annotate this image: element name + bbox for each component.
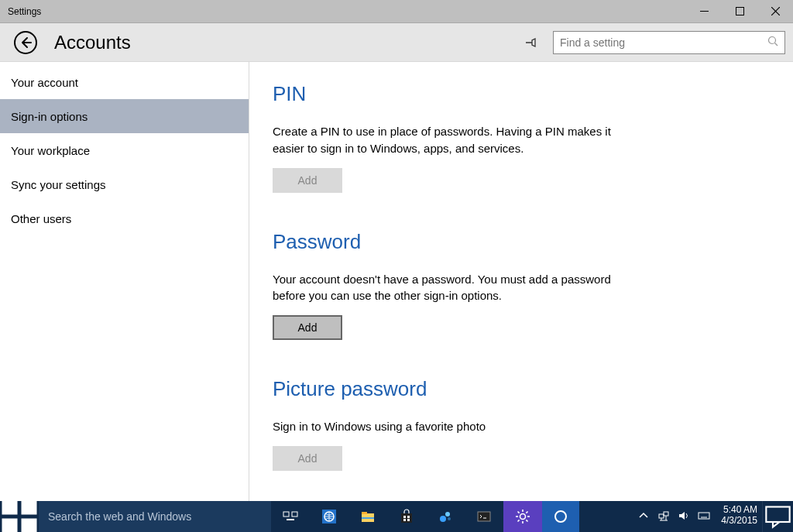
svg-line-35: [518, 520, 520, 521]
content-area: PIN Create a PIN to use in place of pass…: [249, 62, 793, 501]
pin-icon[interactable]: [524, 36, 537, 50]
svg-rect-17: [362, 517, 374, 519]
window-title: Settings: [8, 6, 686, 17]
taskbar-app-settings[interactable]: [503, 501, 542, 532]
pin-add-button: Add: [273, 168, 342, 193]
svg-rect-21: [403, 519, 406, 521]
sidebar-item-your-account[interactable]: Your account: [0, 65, 249, 99]
header-bar: Accounts: [0, 23, 793, 62]
minimize-button[interactable]: [686, 0, 722, 22]
tray-chevron-up-icon[interactable]: [637, 510, 650, 524]
taskbar-app-terminal[interactable]: [465, 501, 503, 532]
picture-password-add-button: Add: [273, 446, 342, 471]
sidebar-item-label: Sync your settings: [11, 178, 106, 191]
svg-rect-26: [478, 512, 490, 521]
svg-rect-20: [407, 516, 410, 518]
svg-rect-11: [292, 512, 297, 517]
svg-rect-16: [362, 512, 367, 514]
taskbar-search-placeholder: Search the web and Windows: [48, 510, 191, 523]
system-tray[interactable]: [631, 501, 716, 532]
svg-rect-19: [403, 516, 406, 518]
taskbar-app-store[interactable]: [387, 501, 426, 532]
sidebar-item-sync-your-settings[interactable]: Sync your settings: [0, 167, 249, 201]
page-title: Accounts: [54, 32, 524, 53]
svg-rect-8: [2, 519, 18, 533]
button-label: Add: [298, 452, 318, 465]
svg-point-24: [445, 512, 450, 517]
taskbar-app-cortana[interactable]: [542, 501, 579, 532]
svg-rect-12: [287, 519, 294, 520]
svg-rect-10: [283, 512, 289, 517]
section-desc-pin: Create a PIN to use in place of password…: [273, 123, 637, 157]
sidebar-item-other-users[interactable]: Other users: [0, 201, 249, 235]
close-button[interactable]: [757, 0, 793, 22]
svg-rect-7: [22, 499, 37, 515]
tray-network-icon[interactable]: [657, 510, 670, 524]
svg-point-28: [520, 514, 526, 520]
clock-time: 5:40 AM: [721, 504, 757, 515]
back-button[interactable]: [14, 31, 37, 54]
tray-keyboard-icon[interactable]: [698, 510, 710, 524]
section-desc-picture-password: Sign in to Windows using a favorite phot…: [273, 418, 637, 435]
button-label: Add: [298, 174, 318, 187]
taskbar-app-file-explorer[interactable]: [348, 501, 387, 532]
svg-rect-43: [699, 513, 709, 519]
password-add-button[interactable]: Add: [273, 315, 342, 340]
taskbar-clock[interactable]: 5:40 AM 4/3/2015: [716, 501, 762, 532]
sidebar-item-label: Your account: [11, 76, 78, 89]
maximize-button[interactable]: [722, 0, 757, 22]
svg-rect-38: [659, 514, 664, 518]
taskbar-search[interactable]: Search the web and Windows: [39, 501, 271, 532]
sidebar-item-label: Your workplace: [11, 144, 90, 157]
svg-rect-9: [22, 519, 37, 533]
svg-point-25: [448, 517, 451, 520]
taskbar-app-edge[interactable]: [310, 501, 348, 532]
taskbar: Search the web and Windows: [0, 501, 793, 532]
settings-sidebar: Your account Sign-in options Your workpl…: [0, 62, 249, 501]
button-label: Add: [298, 321, 318, 334]
svg-rect-6: [2, 499, 18, 515]
svg-line-34: [526, 520, 527, 521]
section-pin: PIN Create a PIN to use in place of pass…: [273, 82, 770, 193]
svg-rect-18: [401, 513, 412, 523]
section-desc-password: Your account doesn't have a password. Yo…: [273, 271, 637, 305]
svg-line-5: [775, 43, 778, 46]
svg-line-33: [518, 512, 520, 513]
section-heading-picture-password: Picture password: [273, 377, 770, 401]
settings-search-input[interactable]: [560, 36, 767, 49]
svg-point-4: [769, 36, 776, 43]
section-heading-pin: PIN: [273, 82, 770, 106]
sidebar-item-label: Other users: [11, 212, 71, 225]
svg-rect-46: [766, 506, 789, 522]
action-center-button[interactable]: [762, 501, 793, 532]
sidebar-item-sign-in-options[interactable]: Sign-in options: [0, 99, 249, 133]
svg-rect-1: [736, 8, 743, 15]
section-password: Password Your account doesn't have a pas…: [273, 230, 770, 341]
svg-point-23: [440, 516, 446, 522]
svg-rect-39: [664, 512, 668, 516]
clock-date: 4/3/2015: [721, 515, 757, 526]
tray-volume-icon[interactable]: [678, 510, 690, 524]
taskbar-app-generic-1[interactable]: [426, 501, 465, 532]
sidebar-item-your-workplace[interactable]: Your workplace: [0, 133, 249, 167]
window-titlebar: Settings: [0, 0, 793, 23]
sidebar-item-label: Sign-in options: [11, 110, 88, 123]
svg-rect-22: [407, 519, 410, 521]
start-button[interactable]: [0, 501, 39, 532]
settings-search[interactable]: [553, 31, 785, 54]
search-icon: [767, 36, 778, 50]
section-picture-password: Picture password Sign in to Windows usin…: [273, 377, 770, 471]
section-heading-password: Password: [273, 230, 770, 254]
svg-point-37: [555, 511, 566, 522]
task-view-button[interactable]: [271, 501, 310, 532]
svg-line-36: [526, 512, 527, 513]
